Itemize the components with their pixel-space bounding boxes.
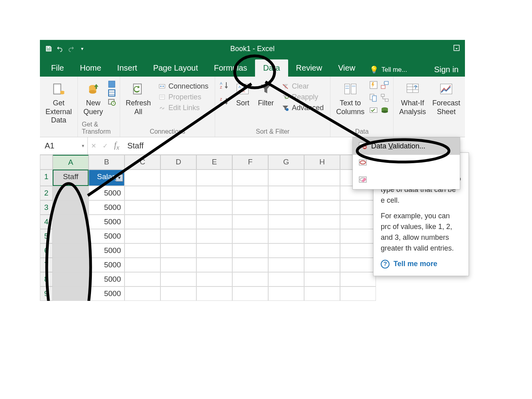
cell-G7[interactable] <box>268 258 304 272</box>
cell-E8[interactable] <box>196 272 232 286</box>
cell-C2[interactable] <box>125 186 160 200</box>
cell-C3[interactable] <box>125 200 160 215</box>
cell-F9[interactable] <box>232 286 268 301</box>
cell-C6[interactable] <box>125 243 160 258</box>
properties-button[interactable]: Properties <box>156 92 211 102</box>
tab-page-layout[interactable]: Page Layout <box>145 59 206 77</box>
cell-H7[interactable] <box>304 258 340 272</box>
cell-E5[interactable] <box>196 229 232 243</box>
row-header-5[interactable]: 5 <box>40 229 53 243</box>
cell-H2[interactable] <box>304 186 340 200</box>
cell-D1[interactable] <box>160 170 196 186</box>
reapply-button[interactable]: Reapply <box>279 92 326 102</box>
col-header-H[interactable]: H <box>304 155 340 170</box>
tab-home[interactable]: Home <box>72 59 109 77</box>
cell-A3[interactable] <box>53 200 89 215</box>
cell-H9[interactable] <box>304 286 340 301</box>
clear-button[interactable]: Clear <box>279 81 326 91</box>
qat-customize-icon[interactable]: ▾ <box>78 45 86 53</box>
cell-F6[interactable] <box>232 243 268 258</box>
sort-asc-icon[interactable]: AZ <box>219 81 229 93</box>
formula-cancel-icon[interactable]: ✕ <box>91 142 96 150</box>
cell-I8[interactable] <box>340 272 376 286</box>
tell-me-more-link[interactable]: ? Tell me more <box>381 259 461 269</box>
select-all-corner[interactable] <box>40 155 53 170</box>
remove-duplicates-icon[interactable] <box>369 93 378 104</box>
cell-I5[interactable] <box>340 229 376 243</box>
signin-link[interactable]: Sign in <box>434 65 459 74</box>
cell-E2[interactable] <box>196 186 232 200</box>
col-header-G[interactable]: G <box>268 155 304 170</box>
consolidate-icon[interactable] <box>380 81 389 91</box>
cell-B2[interactable]: 5000 <box>89 186 125 200</box>
cell-D2[interactable] <box>160 186 196 200</box>
row-header-6[interactable]: 6 <box>40 243 53 258</box>
cell-A7[interactable] <box>53 258 89 272</box>
row-header-7[interactable]: 7 <box>40 258 53 272</box>
cell-A9[interactable] <box>53 286 89 301</box>
name-box-dropdown-icon[interactable]: ▼ <box>81 144 85 148</box>
data-validation-menuitem[interactable]: Data Validation... <box>353 138 460 155</box>
advanced-button[interactable]: Advanced <box>279 103 326 113</box>
cell-H4[interactable] <box>304 215 340 229</box>
cell-G4[interactable] <box>268 215 304 229</box>
filter-button[interactable]: Filter <box>256 79 276 109</box>
row-header-3[interactable]: 3 <box>40 200 53 215</box>
cell-A5[interactable] <box>53 229 89 243</box>
circle-invalid-menuitem[interactable] <box>353 155 460 172</box>
cell-F8[interactable] <box>232 272 268 286</box>
col-header-D[interactable]: D <box>160 155 196 170</box>
cell-D4[interactable] <box>160 215 196 229</box>
cell-I7[interactable] <box>340 258 376 272</box>
cell-F4[interactable] <box>232 215 268 229</box>
cell-E9[interactable] <box>196 286 232 301</box>
cell-F2[interactable] <box>232 186 268 200</box>
cell-F5[interactable] <box>232 229 268 243</box>
relationships-icon[interactable] <box>380 93 389 104</box>
cell-B5[interactable]: 5000 <box>89 229 125 243</box>
cell-G8[interactable] <box>268 272 304 286</box>
cell-A1[interactable]: Staff <box>53 170 89 186</box>
tab-review[interactable]: Review <box>288 59 330 77</box>
tab-file[interactable]: File <box>43 59 72 77</box>
cell-C8[interactable] <box>125 272 160 286</box>
ribbon-display-options-icon[interactable] <box>453 46 460 53</box>
cell-H5[interactable] <box>304 229 340 243</box>
cell-F7[interactable] <box>232 258 268 272</box>
cell-F1[interactable] <box>232 170 268 186</box>
cell-I4[interactable] <box>340 215 376 229</box>
sort-button[interactable]: AZZA Sort <box>233 79 253 109</box>
name-box[interactable]: A1 ▼ <box>40 137 88 154</box>
cell-C4[interactable] <box>125 215 160 229</box>
cell-D6[interactable] <box>160 243 196 258</box>
tab-view[interactable]: View <box>330 59 363 77</box>
cell-F3[interactable] <box>232 200 268 215</box>
cell-B7[interactable]: 5000 <box>89 258 125 272</box>
cell-A8[interactable] <box>53 272 89 286</box>
cell-E6[interactable] <box>196 243 232 258</box>
forecast-sheet-button[interactable]: Forecast Sheet <box>431 79 462 118</box>
cell-C1[interactable] <box>125 170 160 186</box>
connections-button[interactable]: Connections <box>156 81 211 91</box>
cell-H8[interactable] <box>304 272 340 286</box>
row-header-9[interactable]: 9 <box>40 286 53 301</box>
text-to-columns-button[interactable]: Text to Columns <box>334 79 366 118</box>
undo-icon[interactable] <box>56 45 64 53</box>
save-icon[interactable] <box>45 45 53 53</box>
row-header-4[interactable]: 4 <box>40 215 53 229</box>
cell-B1[interactable]: Salary▼ <box>89 170 125 186</box>
show-queries-icon[interactable] <box>108 81 116 88</box>
cell-E4[interactable] <box>196 215 232 229</box>
cell-E1[interactable] <box>196 170 232 186</box>
cell-G9[interactable] <box>268 286 304 301</box>
clear-circles-menuitem[interactable] <box>353 172 460 189</box>
cell-H1[interactable] <box>304 170 340 186</box>
cell-I6[interactable] <box>340 243 376 258</box>
col-header-A[interactable]: A <box>53 155 89 170</box>
fx-icon[interactable]: fx <box>114 140 119 152</box>
col-header-E[interactable]: E <box>196 155 232 170</box>
cell-E7[interactable] <box>196 258 232 272</box>
what-if-button[interactable]: ? What-If Analysis <box>398 79 427 118</box>
cell-E3[interactable] <box>196 200 232 215</box>
manage-data-model-icon[interactable] <box>380 106 389 117</box>
